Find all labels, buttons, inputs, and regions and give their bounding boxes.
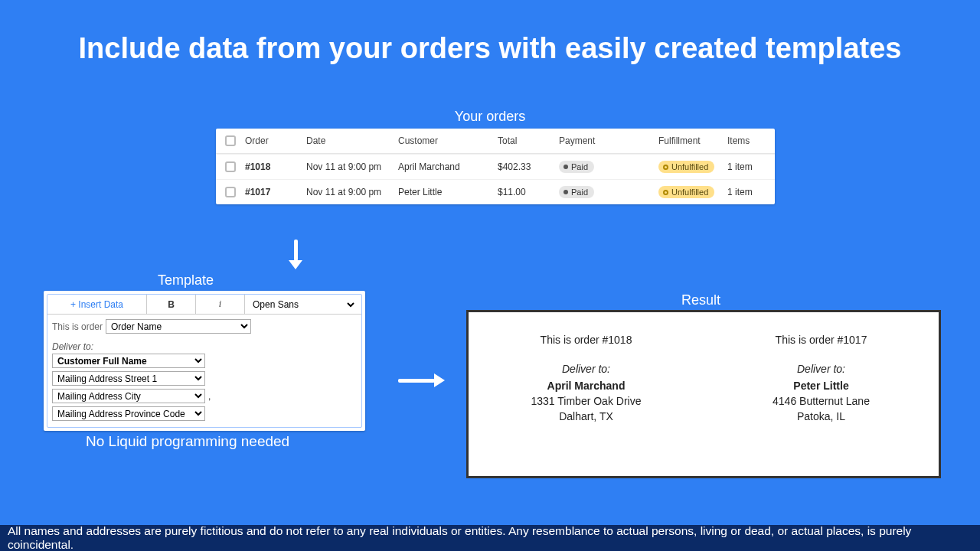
col-header-items: Items [727,135,773,146]
result-customer-name: April Marchand [484,380,688,392]
ring-icon [663,165,668,170]
col-header-customer: Customer [398,135,498,146]
cell-customer: April Marchand [398,161,498,172]
result-panel: This is order #1018 Deliver to: April Ma… [466,310,941,478]
result-card: This is order #1017 Deliver to: Peter Li… [704,312,939,476]
result-customer-name: Peter Little [719,380,923,392]
col-header-total: Total [498,135,559,146]
orders-header-row: Order Date Customer Total Payment Fulfil… [216,129,775,154]
col-header-payment: Payment [559,135,658,146]
disclaimer-footer: All names and addresses are purely ficti… [0,525,980,551]
template-label: Template [158,272,214,289]
result-card: This is order #1018 Deliver to: April Ma… [469,312,704,476]
fulfillment-badge: Unfulfilled [658,186,714,198]
cell-order: #1018 [245,161,306,172]
result-deliver-label: Deliver to: [484,363,688,375]
mailing-street-field[interactable]: Mailing Address Street 1 [52,371,205,386]
cell-total: $11.00 [498,187,559,197]
orders-table: Order Date Customer Total Payment Fulfil… [216,129,775,204]
arrow-down-icon [286,235,305,273]
deliver-to-label: Deliver to: [52,341,357,352]
cell-date: Nov 11 at 9:00 pm [306,187,398,197]
dot-icon [564,165,568,169]
cell-date: Nov 11 at 9:00 pm [306,161,398,172]
order-name-field[interactable]: Order Name [106,319,251,334]
col-header-date: Date [306,135,398,146]
fulfillment-badge: Unfulfilled [658,161,714,173]
insert-data-button[interactable]: + Insert Data [47,295,147,314]
ring-icon [663,190,668,195]
page-heading: Include data from your orders with easil… [0,32,980,65]
col-header-order: Order [245,135,306,146]
no-liquid-caption: No Liquid programming needed [86,433,289,450]
cell-fulfillment: Unfulfilled [658,161,727,173]
dot-icon [564,190,568,194]
arrow-right-icon [398,371,452,390]
cell-order: #1017 [245,187,306,197]
payment-badge: Paid [559,161,594,173]
result-label: Result [681,292,720,308]
select-all-checkbox[interactable] [225,135,236,146]
result-deliver-label: Deliver to: [719,363,923,375]
mailing-city-field[interactable]: Mailing Address City [52,389,205,403]
payment-badge: Paid [559,186,594,198]
font-select-wrapper: Open Sans [245,295,361,314]
static-comma: , [208,391,211,402]
your-orders-label: Your orders [0,109,980,125]
template-editor: + Insert Data B i Open Sans This is orde… [44,291,365,431]
editor-body[interactable]: This is order Order Name Deliver to: Cus… [47,315,361,427]
cell-items: 1 item [727,161,773,172]
italic-button[interactable]: i [196,295,245,314]
cell-payment: Paid [559,161,658,173]
result-city: Dalhart, TX [484,410,688,422]
cell-items: 1 item [727,187,773,197]
result-street: 1331 Timber Oak Drive [484,395,688,407]
static-text: This is order [52,321,103,332]
result-order-line: This is order #1018 [484,334,688,346]
result-city: Patoka, IL [719,410,923,422]
mailing-province-field[interactable]: Mailing Address Province Code [52,406,205,421]
font-select[interactable]: Open Sans [250,298,357,311]
result-street: 4146 Butternut Lane [719,395,923,407]
cell-payment: Paid [559,186,658,198]
result-order-line: This is order #1017 [719,334,923,346]
editor-toolbar: + Insert Data B i Open Sans [47,295,361,315]
bold-button[interactable]: B [147,295,196,314]
customer-fullname-field[interactable]: Customer Full Name [52,354,205,368]
cell-customer: Peter Little [398,187,498,197]
table-row[interactable]: #1018 Nov 11 at 9:00 pm April Marchand $… [216,154,775,179]
row-checkbox[interactable] [225,161,236,172]
row-checkbox[interactable] [225,187,236,197]
cell-fulfillment: Unfulfilled [658,186,727,198]
table-row[interactable]: #1017 Nov 11 at 9:00 pm Peter Little $11… [216,179,775,204]
cell-total: $402.33 [498,161,559,172]
col-header-fulfillment: Fulfillment [658,135,727,146]
